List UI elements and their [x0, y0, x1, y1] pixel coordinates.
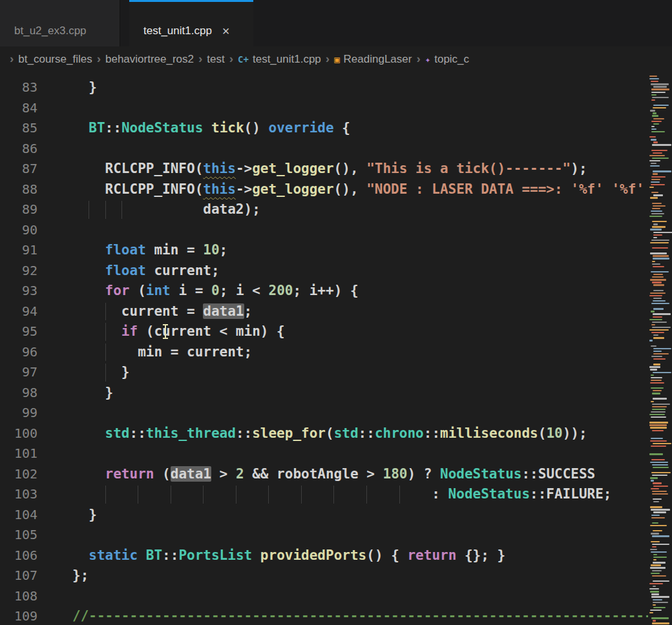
editor: 83 }8485 BT::NodeStatus tick() override … [0, 72, 672, 625]
code-token: :: [359, 425, 375, 441]
code-line[interactable]: BT::NodeStatus tick() override { [37, 118, 648, 139]
code-line[interactable]: data2); [37, 200, 648, 220]
line-number: 91 [0, 240, 37, 261]
code-token: } [72, 507, 97, 522]
code-pane[interactable]: 83 }8485 BT::NodeStatus tick() override … [0, 72, 648, 625]
tab-test_unit1[interactable]: test_unit1.cpp × [129, 0, 253, 46]
breadcrumb-item[interactable]: test [207, 53, 224, 66]
line-number: 99 [0, 403, 37, 424]
code-token: ( [538, 425, 547, 441]
close-icon[interactable]: × [222, 25, 230, 37]
minimap-line [649, 319, 662, 320]
code-token: RCLCPP_INFO( [72, 161, 203, 176]
minimap-line [652, 570, 662, 571]
code-line[interactable]: std::this_thread::sleep_for(std::chrono:… [37, 424, 648, 444]
code-token [72, 263, 105, 278]
code-line[interactable]: : NodeStatus::FAILURE; [37, 484, 648, 505]
breadcrumb-label: ReadingLaser [344, 53, 412, 66]
code-token: () [244, 120, 269, 136]
line-number: 100 [0, 424, 37, 444]
minimap-line [651, 488, 659, 489]
minimap-line [653, 298, 662, 299]
breadcrumb-item[interactable]: behaviortree_ros2 [105, 53, 194, 66]
minimap-line [651, 617, 669, 619]
code-line[interactable]: min = current; [37, 342, 648, 363]
code-line[interactable]: RCLCPP_INFO(this->get_logger(), "This is… [37, 159, 648, 179]
minimap-line [653, 486, 668, 487]
code-line[interactable] [37, 444, 648, 464]
code-token: data1 [203, 303, 244, 319]
code-line[interactable]: float min = 10; [37, 240, 648, 261]
code-row: 83 } [0, 77, 648, 98]
class-icon: ▣ [334, 54, 339, 65]
code-token: data2); [72, 201, 260, 217]
code-token: 10 [546, 425, 562, 441]
minimap-line [649, 340, 653, 341]
minimap-line [649, 329, 669, 331]
minimap-line [651, 271, 669, 272]
code-line[interactable]: //--------------------------------------… [37, 606, 648, 625]
code-line[interactable] [37, 139, 648, 159]
minimap-line [648, 435, 672, 436]
tab-bt_u2_ex3[interactable]: bt_u2_ex3.cpp [0, 0, 120, 46]
minimap-line [652, 97, 669, 98]
code-token: :: [162, 548, 178, 563]
code-line[interactable]: } [37, 383, 648, 404]
minimap-line [650, 382, 664, 384]
code-token [72, 425, 105, 441]
minimap-line [651, 139, 656, 140]
code-line[interactable]: } [37, 505, 648, 526]
code-line[interactable]: }; [37, 566, 648, 586]
breadcrumb-item[interactable]: C+test_unit1.cpp [238, 53, 321, 66]
code-line[interactable]: if (current < min) { [37, 322, 648, 342]
code-token: ; i < [220, 283, 269, 298]
minimap-line [650, 427, 667, 428]
code-token: {}; } [456, 548, 505, 563]
minimap-line [653, 358, 666, 360]
minimap-line [653, 559, 656, 560]
indent-guide [366, 486, 367, 504]
minimap-line [648, 496, 672, 497]
code-token: } [72, 385, 113, 400]
breadcrumb-item[interactable]: ✦topic_c [425, 53, 469, 66]
minimap-line [653, 398, 667, 399]
code-line[interactable]: static BT::PortsList providedPorts() { r… [37, 546, 648, 566]
breadcrumb-item[interactable]: ▣ReadingLaser [334, 53, 412, 66]
line-number: 93 [0, 281, 37, 302]
code-line[interactable]: RCLCPP_INFO(this->get_logger(), "NODE : … [37, 179, 648, 200]
minimap-line [653, 337, 664, 338]
code-token: float [105, 263, 146, 278]
line-number: 102 [0, 464, 37, 485]
code-line[interactable]: } [37, 362, 648, 383]
code-token: :: [530, 486, 546, 502]
code-token: 200 [268, 283, 293, 298]
cpp-file-icon: C+ [238, 54, 249, 65]
minimap-line [648, 615, 672, 616]
code-row: 107}; [0, 566, 648, 586]
minimap-line [651, 240, 669, 241]
breadcrumb-item[interactable]: bt_course_files [18, 53, 92, 66]
code-line[interactable] [37, 586, 648, 607]
minimap-line [653, 443, 671, 444]
code-line[interactable] [37, 220, 648, 241]
minimap-line [650, 165, 660, 167]
minimap[interactable] [648, 72, 672, 625]
code-line[interactable] [37, 403, 648, 424]
code-line[interactable]: return (data1 > 2 && robotAngle > 180) ?… [37, 464, 648, 485]
code-line[interactable] [37, 525, 648, 546]
code-line[interactable]: for (int i = 0; i < 200; i++) { [37, 281, 648, 302]
code-line[interactable]: current = data1; [37, 302, 648, 322]
minimap-line [652, 409, 666, 410]
code-token [72, 323, 121, 339]
minimap-line [651, 517, 665, 518]
line-number: 107 [0, 566, 37, 586]
minimap-line [651, 573, 660, 574]
code-line[interactable]: float current; [37, 261, 648, 282]
code-line[interactable] [37, 98, 648, 119]
indent-guide [301, 486, 302, 504]
minimap-line [653, 316, 662, 318]
minimap-line [648, 342, 672, 343]
breadcrumb-label: behaviortree_ros2 [105, 53, 194, 66]
code-line[interactable]: } [37, 77, 648, 98]
minimap-line [652, 491, 667, 492]
